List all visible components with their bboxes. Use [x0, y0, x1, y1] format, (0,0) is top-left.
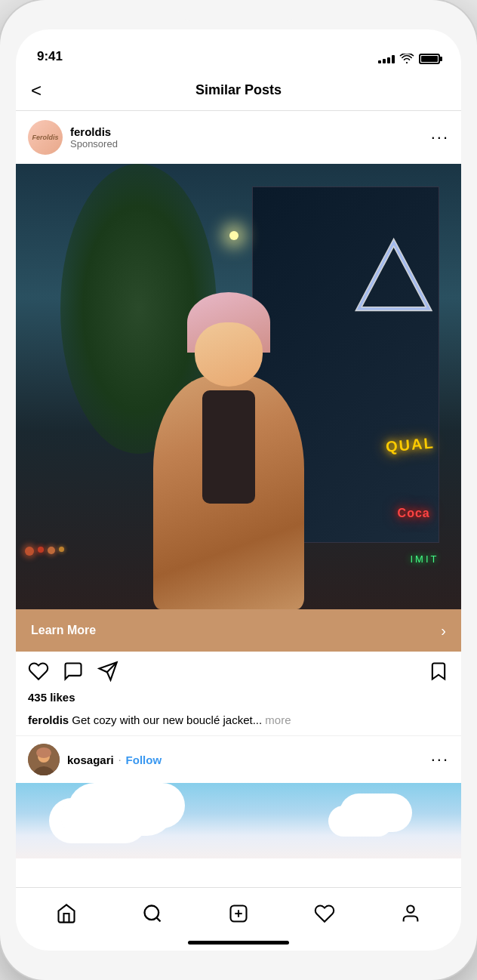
- signal-icon: [378, 55, 395, 63]
- nav-search[interactable]: [130, 897, 175, 930]
- face: [195, 322, 263, 387]
- person-figure: [131, 292, 327, 609]
- wifi-icon: [399, 54, 414, 64]
- share-icon: [97, 661, 118, 682]
- bookmark-icon: [428, 661, 449, 682]
- likes-row: 435 likes: [16, 691, 461, 709]
- page-title: Similar Posts: [195, 82, 282, 98]
- heart-icon: [28, 661, 49, 682]
- status-icons: [378, 54, 440, 66]
- image-neon-text: QUAL: [385, 434, 435, 456]
- post2-user-info: kosagari · Follow: [67, 753, 162, 766]
- bookmark-button[interactable]: [428, 661, 449, 682]
- status-bar: 9:41: [16, 29, 461, 70]
- phone-screen: 9:41 <: [16, 29, 461, 951]
- sponsored-label: Sponsored: [70, 138, 118, 149]
- nav-profile[interactable]: [388, 897, 433, 930]
- phone-frame: 9:41 <: [0, 0, 477, 980]
- svg-line-9: [156, 917, 160, 921]
- comment-icon: [63, 661, 84, 682]
- status-time: 9:41: [37, 49, 63, 66]
- nav-activity[interactable]: [302, 897, 347, 930]
- bokeh-lights: [25, 547, 64, 556]
- home-indicator: [188, 941, 289, 945]
- post-user-info: feroldis Sponsored: [70, 125, 118, 149]
- like-button[interactable]: [28, 661, 49, 682]
- nav-add[interactable]: [216, 897, 261, 930]
- avatar2-image: [28, 744, 60, 775]
- search-icon: [142, 903, 163, 924]
- cloud2: [334, 806, 395, 832]
- svg-point-7: [36, 747, 51, 758]
- post2-more-button[interactable]: ···: [431, 750, 449, 769]
- svg-marker-1: [359, 242, 429, 309]
- action-buttons-left: [28, 661, 118, 682]
- post-image: QUAL Coca IMIT: [16, 164, 461, 609]
- heart-nav-icon: [314, 903, 335, 924]
- back-button[interactable]: <: [31, 80, 42, 101]
- caption-more[interactable]: more: [265, 713, 291, 726]
- scroll-content[interactable]: Feroldis feroldis Sponsored ···: [16, 111, 461, 887]
- post-username[interactable]: feroldis: [70, 125, 118, 138]
- share-button[interactable]: [97, 661, 118, 682]
- post2-user: kosagari · Follow: [28, 744, 162, 775]
- shirt: [202, 390, 255, 504]
- svg-point-8: [145, 905, 159, 920]
- learn-more-label: Learn More: [31, 624, 96, 637]
- comment-button[interactable]: [63, 661, 84, 682]
- add-icon: [228, 903, 249, 924]
- post2-username[interactable]: kosagari: [67, 753, 114, 766]
- battery-icon: [419, 54, 440, 64]
- caption-row: feroldis Get cozy with our new bouclé ja…: [16, 709, 461, 735]
- avatar-text: Feroldis: [32, 134, 58, 142]
- image-neon-red: Coca: [398, 507, 430, 520]
- image-light: [229, 231, 238, 240]
- neon-triangle-icon: [355, 198, 432, 358]
- avatar2[interactable]: [28, 744, 60, 775]
- home-icon: [56, 903, 77, 924]
- nav-home[interactable]: [44, 897, 89, 930]
- more-options-button[interactable]: ···: [431, 128, 449, 147]
- chevron-right-icon: ›: [441, 622, 446, 639]
- follow-button[interactable]: Follow: [126, 753, 162, 766]
- svg-point-13: [407, 905, 414, 912]
- post-header: Feroldis feroldis Sponsored ···: [16, 111, 461, 164]
- post-user: Feroldis feroldis Sponsored: [28, 120, 118, 155]
- avatar[interactable]: Feroldis: [28, 120, 63, 155]
- nav-header: < Similar Posts: [16, 70, 461, 111]
- learn-more-banner[interactable]: Learn More ›: [16, 609, 461, 652]
- dot-separator: ·: [118, 753, 122, 766]
- likes-count[interactable]: 435 likes: [28, 691, 75, 704]
- profile-icon: [400, 903, 421, 924]
- notch: [178, 0, 299, 21]
- action-bar: [16, 652, 461, 691]
- caption-username[interactable]: feroldis: [28, 713, 69, 726]
- image-neon-green: IMIT: [411, 553, 439, 565]
- cloud1: [60, 798, 151, 836]
- post2-header: kosagari · Follow ···: [16, 735, 461, 783]
- caption-text: Get cozy with our new bouclé jacket...: [72, 713, 262, 726]
- svg-marker-0: [359, 242, 429, 309]
- post2-image: [16, 783, 461, 858]
